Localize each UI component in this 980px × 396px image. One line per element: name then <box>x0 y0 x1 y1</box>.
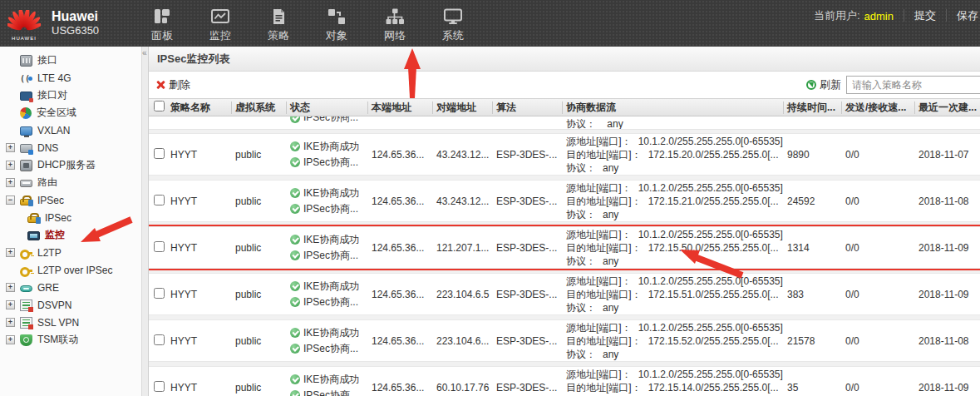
row-checkbox[interactable] <box>154 148 165 159</box>
row-checkbox[interactable] <box>154 288 165 299</box>
table-row[interactable]: HYYT public IKE协商成功 IPSec协商... 124.65.36… <box>149 366 980 396</box>
source-address-value: 10.1.2.0/255.255.255.0[0-65535] <box>638 275 783 287</box>
table-row[interactable]: HYYT public IKE协商成功 IPSec协商... 124.65.36… <box>149 180 980 222</box>
sidebar-item-dsvpn[interactable]: DSVPN <box>0 296 141 314</box>
protocol-value: any <box>603 349 618 360</box>
row-checkbox[interactable] <box>154 381 165 392</box>
table-row[interactable]: HYYT public IKE协商成功 IPSec协商... 124.65.36… <box>149 133 980 176</box>
delete-button[interactable]: 删除 <box>155 77 190 92</box>
ike-status: IKE协商成功 <box>303 325 359 341</box>
negotiation-data-flow: 源地址[端口]：10.1.2.0/255.255.255.0[0-65535] … <box>563 181 784 221</box>
column-header: 虚拟系统 <box>232 101 287 114</box>
sidebar-item-dns[interactable]: DNS <box>0 139 141 156</box>
sidebar-item-interface-pair[interactable]: 接口对 <box>0 87 141 104</box>
destination-address-value: 172.15.50.0/255.255.255.0[... <box>648 242 779 254</box>
table-row[interactable]: HYYT public IKE协商成功 IPSec协商... 124.65.36… <box>149 226 980 269</box>
sidebar-item-ipsec[interactable]: IPSec <box>0 191 141 209</box>
nav-item-dashboard[interactable]: 面板 <box>139 3 185 43</box>
sidebar-item-interface[interactable]: 接口 <box>0 52 141 69</box>
dashboard-icon <box>139 7 185 27</box>
collapse-icon[interactable] <box>6 196 15 205</box>
policy-name: HYYT <box>167 242 232 254</box>
success-icon <box>290 116 300 123</box>
sidebar-item-label: VXLAN <box>37 125 70 136</box>
sidebar-item-label: DSVPN <box>37 299 71 311</box>
source-address-label: 源地址[端口]： <box>566 136 632 147</box>
source-address-value: 10.1.2.0/255.255.255.0[0-65535] <box>638 322 783 334</box>
expand-icon[interactable] <box>6 143 15 152</box>
sidebar-item-l2tp-over-ipsec[interactable]: L2TP over IPSec <box>0 261 141 279</box>
row-checkbox[interactable] <box>154 195 165 205</box>
select-all-checkbox[interactable] <box>154 101 165 111</box>
success-icon <box>290 390 300 396</box>
local-address: 124.65.36... <box>368 242 433 254</box>
expand-icon[interactable] <box>6 178 15 187</box>
sidebar-item-vxlan[interactable]: VXLAN <box>0 121 141 139</box>
sidebar-item-l2tp[interactable]: L2TP <box>0 244 141 261</box>
source-address-label: 源地址[端口]： <box>566 182 632 194</box>
row-select-cell <box>149 334 167 348</box>
expand-icon[interactable] <box>6 335 15 344</box>
sidebar-item-ssl-vpn[interactable]: SSL VPN <box>0 314 141 331</box>
row-checkbox[interactable] <box>154 241 165 252</box>
source-address-value: 10.1.2.0/255.255.255.0[0-65535] <box>638 369 783 380</box>
refresh-button[interactable]: 刷新 <box>806 77 841 92</box>
table-row[interactable]: HYYT public IKE协商成功 IPSec协商... 124.65.36… <box>149 273 980 315</box>
row-checkbox[interactable] <box>154 334 165 345</box>
ipsec-icon <box>20 199 32 205</box>
expand-icon[interactable] <box>6 248 15 257</box>
nav-item-system[interactable]: 系统 <box>430 3 476 43</box>
nav-item-objects[interactable]: 对象 <box>313 3 360 43</box>
destination-address-value: 172.15.51.0/255.255.255.0[... <box>648 289 779 300</box>
send-receive-rate: 0/0 <box>842 335 915 347</box>
virtual-system: public <box>232 289 287 300</box>
top-nav: 面板 监控 策略 对象 网络 系统 <box>139 3 476 43</box>
negotiation-data-flow: 源地址[端口]：10.1.2.0/255.255.255.0[0-65535] … <box>563 321 784 361</box>
last-established-time: 2018-11-09 <box>915 382 980 394</box>
sidebar-item-gre[interactable]: GRE <box>0 279 141 296</box>
expand-icon[interactable] <box>6 318 15 327</box>
network-icon <box>372 7 418 27</box>
column-header: 状态 <box>287 101 368 114</box>
nav-label: 对象 <box>313 28 360 43</box>
local-address: 124.65.36... <box>368 335 433 347</box>
protocol-label: 协议： <box>566 302 596 314</box>
destination-address-label: 目的地址[端口]： <box>566 289 642 300</box>
sidebar-item-security-zone[interactable]: 安全区域 <box>0 104 141 121</box>
protocol-value: any <box>607 118 623 130</box>
submit-button[interactable]: 提交 <box>904 9 936 22</box>
success-icon <box>290 328 300 338</box>
expand-icon[interactable] <box>6 161 15 170</box>
sidebar-item-tsm-linkage[interactable]: TSM联动 <box>0 331 141 349</box>
success-icon <box>290 281 300 291</box>
sidebar-item-lte-4g[interactable]: LTE 4G <box>0 69 141 87</box>
toolbar: 删除 刷新 <box>149 72 980 98</box>
ike-status: IKE协商成功 <box>303 372 359 388</box>
nav-item-policy[interactable]: 策略 <box>255 3 302 43</box>
status-cell: IKE协商成功 IPSec协商... <box>287 372 368 396</box>
sidebar-item-ipsec-monitor[interactable]: 监控 <box>0 226 141 244</box>
sidebar-item-route[interactable]: 路由 <box>0 174 141 191</box>
remote-address: 223.104.6... <box>433 335 493 347</box>
row-select-cell <box>149 241 167 255</box>
nav-item-monitor[interactable]: 监控 <box>197 3 244 43</box>
duration: 383 <box>784 289 842 300</box>
partial-status-label: IPSec协商... <box>303 116 358 125</box>
policy-search-input[interactable] <box>846 76 980 94</box>
brand: Huawei USG6350 <box>52 9 99 37</box>
save-button[interactable]: 保存 <box>946 9 978 22</box>
last-established-time: 2018-11-09 <box>915 242 980 254</box>
sidebar-item-ipsec-policy[interactable]: IPSec <box>0 209 141 226</box>
expand-icon[interactable] <box>6 300 15 309</box>
expand-icon[interactable] <box>6 283 15 292</box>
sidebar-collapse-button[interactable]: « <box>142 48 147 57</box>
tsm-icon <box>20 334 32 346</box>
nav-label: 面板 <box>139 28 185 43</box>
sidebar-item-dhcp-server[interactable]: DHCP服务器 <box>0 156 141 174</box>
nav-item-network[interactable]: 网络 <box>372 3 418 43</box>
protocol-label: 协议： <box>566 349 596 360</box>
table-row[interactable]: HYYT public IKE协商成功 IPSec协商... 124.65.36… <box>149 319 980 362</box>
protocol-value: any <box>603 209 618 220</box>
virtual-system: public <box>232 242 287 254</box>
status-cell: IKE协商成功 IPSec协商... <box>287 279 368 310</box>
